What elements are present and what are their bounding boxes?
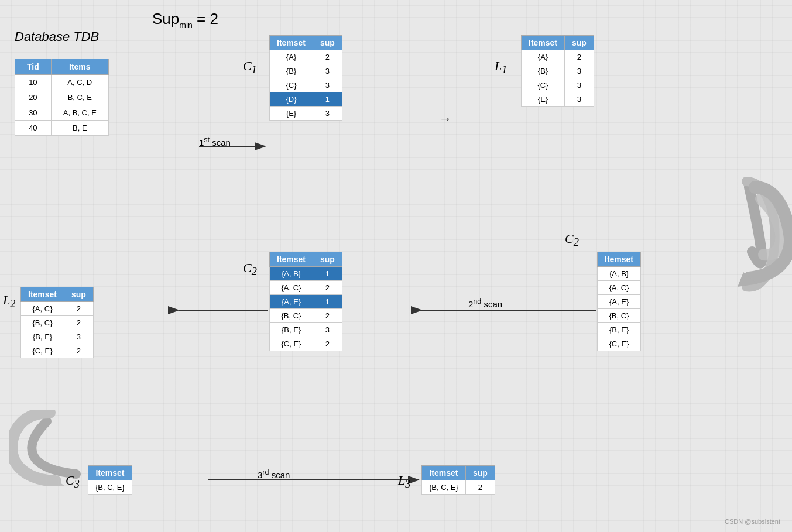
watermark: CSDN @subsistent <box>725 518 780 525</box>
main-container: Database TDB Supmin = 2 Tid Items 10 A, … <box>0 0 792 532</box>
l1-to-c2-curved-arrow <box>726 181 792 287</box>
l1-sup: 2 <box>565 50 594 64</box>
c2m-itemset: {C, E} <box>270 337 313 351</box>
tdb-tid: 40 <box>15 121 52 136</box>
c2m-itemset: {A, B} <box>270 267 313 281</box>
c2r-itemset: {C, E} <box>598 337 641 351</box>
c2m-sup: 3 <box>313 323 342 337</box>
l2-itemset: {A, C} <box>21 302 64 316</box>
c1-sup: 3 <box>313 78 342 92</box>
c2m-itemset: {A, C} <box>270 281 313 295</box>
l3-itemset: {B, C, E} <box>422 480 466 495</box>
c2m-sup: 2 <box>313 281 342 295</box>
c2m-sup: 1 <box>313 267 342 281</box>
l2-itemset: {B, C} <box>21 316 64 330</box>
scan1-label: 1st scan <box>199 136 231 147</box>
table-row: 20 B, C, E <box>15 90 109 105</box>
table-row: {A, C} 2 <box>270 281 342 295</box>
table-row-highlighted: {D} 1 <box>270 92 342 107</box>
c2m-header-sup: sup <box>313 252 342 267</box>
c1-label: C1 <box>243 59 257 76</box>
l2-itemset: {C, E} <box>21 344 64 358</box>
l3-header-itemset: Itemset <box>422 466 466 480</box>
l2-sup: 2 <box>64 316 94 330</box>
c1-to-l1-arrow: → <box>439 111 452 126</box>
scan2-label: 2nd scan <box>468 297 502 309</box>
table-row: {B, C} 2 <box>21 316 94 330</box>
tdb-tid: 20 <box>15 90 52 105</box>
l1-sup: 3 <box>565 64 594 78</box>
table-row: {B, C} 2 <box>270 309 342 323</box>
c2-right-label: C2 <box>565 231 579 249</box>
table-row: {B, E} 3 <box>270 323 342 337</box>
scan3-label: 3rd scan <box>258 468 290 480</box>
tdb-tid: 30 <box>15 105 52 121</box>
c1-sup: 2 <box>313 50 342 64</box>
l2-sup: 2 <box>64 344 94 358</box>
tdb-tid: 10 <box>15 75 52 90</box>
l3-header-sup: sup <box>465 466 495 480</box>
l2-header-itemset: Itemset <box>21 287 64 302</box>
c3-header-itemset: Itemset <box>88 466 132 480</box>
table-row: {E} 3 <box>522 92 594 107</box>
table-row: {C, E} <box>598 337 641 351</box>
table-row: {A, E} <box>598 295 641 309</box>
c2m-sup: 1 <box>313 295 342 309</box>
table-row: {A, C} 2 <box>21 302 94 316</box>
l2-label: L2 <box>3 293 15 310</box>
table-row-highlighted: {A, E} 1 <box>270 295 342 309</box>
l1-itemset: {B} <box>522 64 565 78</box>
l3-sup: 2 <box>465 480 495 495</box>
tdb-items: A, B, C, E <box>51 105 108 121</box>
c1-header-itemset: Itemset <box>270 36 313 50</box>
c2r-header-itemset: Itemset <box>598 252 641 267</box>
c2m-itemset: {A, E} <box>270 295 313 309</box>
table-row: {B} 3 <box>522 64 594 78</box>
l1-header-itemset: Itemset <box>522 36 565 50</box>
c2m-header-itemset: Itemset <box>270 252 313 267</box>
tdb-header-tid: Tid <box>15 59 52 75</box>
c1-itemset: {C} <box>270 78 313 92</box>
table-row: {E} 3 <box>270 107 342 121</box>
l2-sup: 2 <box>64 302 94 316</box>
c2-main-table: Itemset sup {A, B} 1 {A, C} 2 {A, E} 1 <box>269 252 342 351</box>
table-row: {B, C, E} 2 <box>422 480 495 495</box>
table-row: {B, C} <box>598 309 641 323</box>
c2r-itemset: {A, E} <box>598 295 641 309</box>
c2r-itemset: {B, C} <box>598 309 641 323</box>
table-row: {C, E} 2 <box>21 344 94 358</box>
tdb-items: A, C, D <box>51 75 108 90</box>
l2-table: Itemset sup {A, C} 2 {B, C} 2 {B, E} 3 <box>20 287 94 358</box>
l1-itemset: {C} <box>522 78 565 92</box>
tdb-table: Tid Items 10 A, C, D 20 B, C, E 30 A, B,… <box>15 59 109 136</box>
c1-header-sup: sup <box>313 36 342 50</box>
table-row: 30 A, B, C, E <box>15 105 109 121</box>
c2m-sup: 2 <box>313 337 342 351</box>
c3-table: Itemset {B, C, E} <box>88 465 132 495</box>
sup-min-formula: Supmin = 2 <box>152 9 218 30</box>
l1-label: L1 <box>495 59 507 76</box>
c2-main-label: C2 <box>243 260 257 278</box>
table-row: {B} 3 <box>270 64 342 78</box>
table-row-highlighted: {A, B} 1 <box>270 267 342 281</box>
c1-sup: 3 <box>313 64 342 78</box>
l1-itemset: {A} <box>522 50 565 64</box>
c3-itemset: {B, C, E} <box>88 480 132 495</box>
l3-table: Itemset sup {B, C, E} 2 <box>421 465 495 495</box>
c1-table: Itemset sup {A} 2 {B} 3 {C} 3 {D} <box>269 35 342 121</box>
c3-label: C3 <box>66 473 80 490</box>
l1-itemset: {E} <box>522 92 565 107</box>
c2m-itemset: {B, E} <box>270 323 313 337</box>
c2-right-table: Itemset {A, B} {A, C} {A, E} {B, C} {B, … <box>597 252 641 351</box>
l1-sup: 3 <box>565 92 594 107</box>
l2-header-sup: sup <box>64 287 94 302</box>
c1-itemset: {B} <box>270 64 313 78</box>
tdb-items: B, E <box>51 121 108 136</box>
l1-table: Itemset sup {A} 2 {B} 3 {C} 3 {E} <box>521 35 594 107</box>
table-row: {C} 3 <box>270 78 342 92</box>
table-row: 10 A, C, D <box>15 75 109 90</box>
table-row: {B, E} <box>598 323 641 337</box>
l2-sup: 3 <box>64 330 94 344</box>
c1-itemset: {D} <box>270 92 313 107</box>
table-row: 40 B, E <box>15 121 109 136</box>
